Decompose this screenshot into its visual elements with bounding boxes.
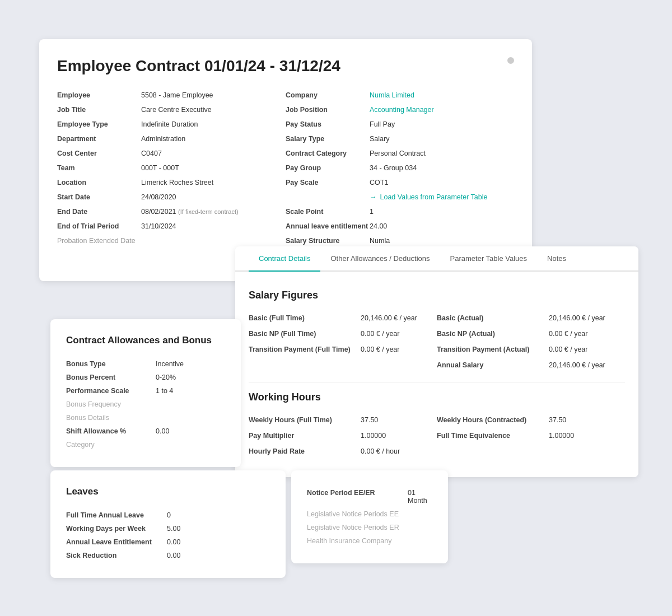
pay-scale-label: Pay Scale [286, 179, 370, 186]
load-values-link[interactable]: → Load Values from Parameter Table [370, 193, 488, 201]
leaves-card: Leaves Full Time Annual Leave 0 Working … [50, 470, 286, 578]
annual-leave-value: 24.00 [370, 222, 387, 230]
job-position-value[interactable]: Accounting Manager [370, 106, 434, 114]
page-title: Employee Contract 01/01/24 - 31/12/24 [57, 57, 514, 75]
department-value: Administration [141, 135, 185, 143]
pay-status-value: Full Pay [370, 120, 395, 128]
notice-card: Notice Period EE/ER 01 Month Legislative… [291, 470, 448, 563]
performance-scale-label: Performance Scale [66, 387, 156, 395]
bonus-percent-row: Bonus Percent 0-20% [66, 371, 225, 384]
basic-np-fulltime-label: Basic NP (Full Time) [249, 330, 361, 338]
sick-reduction-row: Sick Reduction 0.00 [66, 549, 270, 562]
salary-structure-value: Numla [370, 237, 390, 245]
scale-point-row: Scale Point 1 [286, 205, 514, 220]
category-label: Category [66, 441, 156, 449]
job-position-row: Job Position Accounting Manager [286, 103, 514, 118]
transition-fulltime-value: 0.00 € / year [361, 346, 400, 353]
full-time-annual-leave-value: 0 [167, 511, 171, 519]
end-date-label: End Date [57, 208, 141, 216]
weekly-hours-contracted-label: Weekly Hours (Contracted) [437, 416, 549, 424]
basic-np-actual-row: Basic NP (Actual) 0.00 € / year [437, 326, 625, 342]
performance-scale-value: 1 to 4 [156, 387, 173, 395]
pay-scale-row: Pay Scale COT1 [286, 176, 514, 190]
working-days-week-row: Working Days per Week 5.00 [66, 522, 270, 535]
basic-fulltime-row: Basic (Full Time) 20,146.00 € / year [249, 310, 437, 326]
scale-point-label: Scale Point [286, 208, 370, 216]
cost-center-row: Cost Center C0407 [57, 147, 286, 161]
tab-contract-details[interactable]: Contract Details [249, 246, 320, 272]
contract-category-value: Personal Contract [370, 150, 426, 157]
tab-allowances-deductions[interactable]: Other Allowances / Deductions [320, 246, 440, 272]
annual-leave-label: Annual leave entitlement [286, 222, 370, 230]
annual-salary-label: Annual Salary [437, 361, 549, 369]
working-hours-title: Working Hours [249, 391, 625, 403]
employee-type-row: Employee Type Indefinite Duration [57, 118, 286, 132]
pay-group-row: Pay Group 34 - Group 034 [286, 161, 514, 176]
bonus-details-row: Bonus Details [66, 411, 225, 424]
probation-label: Probation Extended Date [57, 237, 141, 245]
job-position-label: Job Position [286, 106, 370, 114]
full-time-annual-leave-row: Full Time Annual Leave 0 [66, 508, 270, 522]
basic-actual-label: Basic (Actual) [437, 314, 549, 322]
shift-allowance-row: Shift Allowance % 0.00 [66, 424, 225, 438]
allowances-card: Contract Allowances and Bonus Bonus Type… [50, 319, 241, 467]
annual-leave-entitlement-row: Annual Leave Entitlement 0.00 [66, 535, 270, 549]
company-value[interactable]: Numla Limited [370, 91, 414, 99]
location-label: Location [57, 179, 141, 186]
bonus-frequency-label: Bonus Frequency [66, 400, 156, 408]
salary-grid: Basic (Full Time) 20,146.00 € / year Bas… [249, 310, 625, 373]
location-row: Location Limerick Roches Street [57, 176, 286, 190]
tab-notes[interactable]: Notes [537, 246, 576, 272]
sick-reduction-value: 0.00 [167, 552, 180, 559]
bonus-type-value: Incentive [156, 360, 184, 368]
shift-allowance-value: 0.00 [156, 427, 169, 435]
end-date-value: 08/02/2021 (If fixed-term contract) [141, 208, 239, 216]
salary-right-col: Basic (Actual) 20,146.00 € / year Basic … [437, 310, 625, 373]
start-date-row: Start Date 24/08/2020 [57, 190, 286, 205]
right-info-col: Company Numla Limited Job Position Accou… [286, 88, 514, 263]
start-date-value: 24/08/2020 [141, 193, 176, 201]
basic-fulltime-value: 20,146.00 € / year [361, 314, 417, 322]
hourly-rate-row: Hourly Paid Rate 0.00 € / hour [249, 444, 437, 459]
tab-parameter-table[interactable]: Parameter Table Values [440, 246, 538, 272]
annual-salary-row: Annual Salary 20,146.00 € / year [437, 357, 625, 373]
legislative-er-label: Legislative Notice Periods ER [307, 524, 408, 531]
pay-multiplier-label: Pay Multiplier [249, 432, 361, 440]
location-value: Limerick Roches Street [141, 179, 213, 186]
company-row: Company Numla Limited [286, 88, 514, 103]
salary-figures-title: Salary Figures [249, 290, 625, 301]
trial-period-value: 31/10/2024 [141, 222, 176, 230]
pay-status-row: Pay Status Full Pay [286, 118, 514, 132]
pay-group-value: 34 - Group 034 [370, 164, 417, 172]
weekly-hours-fulltime-row: Weekly Hours (Full Time) 37.50 [249, 412, 437, 428]
fte-value: 1.00000 [549, 432, 574, 440]
allowances-title: Contract Allowances and Bonus [66, 335, 225, 346]
employee-type-value: Indefinite Duration [141, 120, 198, 128]
basic-actual-row: Basic (Actual) 20,146.00 € / year [437, 310, 625, 326]
annual-leave-row: Annual leave entitlement 24.00 [286, 220, 514, 234]
salary-type-value: Salary [370, 135, 389, 143]
team-value: 000T - 000T [141, 164, 179, 172]
job-title-value: Care Centre Executive [141, 106, 212, 114]
notice-period-label: Notice Period EE/ER [307, 489, 408, 497]
weekly-hours-contracted-row: Weekly Hours (Contracted) 37.50 [437, 412, 625, 428]
basic-actual-value: 20,146.00 € / year [549, 314, 605, 322]
hourly-rate-label: Hourly Paid Rate [249, 447, 361, 455]
shift-allowance-label: Shift Allowance % [66, 427, 156, 435]
salary-structure-label: Salary Structure [286, 237, 370, 245]
basic-fulltime-label: Basic (Full Time) [249, 314, 361, 322]
sick-reduction-label: Sick Reduction [66, 552, 167, 559]
department-label: Department [57, 135, 141, 143]
bonus-details-label: Bonus Details [66, 414, 156, 422]
pay-status-label: Pay Status [286, 120, 370, 128]
bonus-percent-value: 0-20% [156, 374, 176, 381]
pay-group-label: Pay Group [286, 164, 370, 172]
notice-period-value: 01 Month [408, 489, 432, 505]
legislative-ee-label: Legislative Notice Periods EE [307, 510, 408, 518]
annual-leave-entitlement-value: 0.00 [167, 538, 180, 546]
job-title-row: Job Title Care Centre Executive [57, 103, 286, 118]
hours-right-col: Weekly Hours (Contracted) 37.50 Full Tim… [437, 412, 625, 459]
salary-left-col: Basic (Full Time) 20,146.00 € / year Bas… [249, 310, 437, 373]
contract-details-card: Contract Details Other Allowances / Dedu… [235, 246, 638, 477]
performance-scale-row: Performance Scale 1 to 4 [66, 384, 225, 398]
